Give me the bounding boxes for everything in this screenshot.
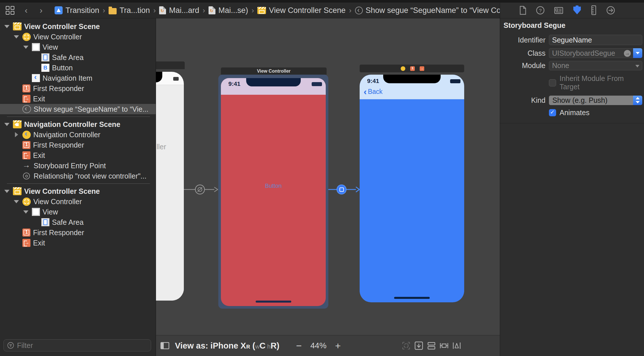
file-inspector-icon[interactable] [518,5,527,16]
breadcrumb-separator: › [203,6,205,15]
ui-button[interactable]: Button [221,183,326,189]
outline-row-navigation-item[interactable]: Navigation Item [0,73,156,83]
disclosure-open-icon[interactable] [3,190,10,193]
forward-chevron-icon[interactable]: › [40,6,43,15]
outline-row-exit[interactable]: Exit [0,238,156,248]
outline-row-navigation-controller[interactable]: Navigation Controller [0,129,156,140]
device-preview-navigation-controller[interactable]: ller [156,72,184,301]
breadcrumb-item-project[interactable]: Transition [55,6,99,15]
back-label: Back [368,88,383,96]
outline-row-safe-area[interactable]: Safe Area [0,52,156,63]
jump-to-class-icon[interactable]: → [624,50,631,57]
outline-row-button[interactable]: Button [0,63,156,73]
breadcrumb-item-folder[interactable]: Tra...tion [109,6,150,15]
scene-icon [257,7,266,14]
kind-dropdown-button[interactable] [633,96,642,105]
device-notch [383,75,441,83]
disclosure-open-icon[interactable] [13,200,20,203]
outline-row-relationship[interactable]: Relationship "root view controller"... [0,171,156,181]
disclosure-open-icon[interactable] [22,210,29,214]
relationship-segue-arrow[interactable] [183,181,219,198]
outline-row-exit[interactable]: Exit [0,94,156,104]
stack-embed-icon[interactable] [427,341,436,351]
view-controller-icon[interactable] [401,66,405,71]
exit-icon[interactable] [420,66,424,71]
back-chevron-icon[interactable]: ‹ [25,6,28,15]
device-screen[interactable]: 9:41 Button [221,78,326,306]
back-button[interactable]: ‹ Back [364,87,383,96]
attributes-inspector-icon[interactable] [572,5,582,16]
device-preview-destination-controller[interactable]: 9:41 ‹ Back [360,75,464,302]
disclosure-closed-icon[interactable] [13,132,20,137]
related-items-icon[interactable] [6,6,14,15]
disclosure-open-icon[interactable] [13,35,20,38]
embed-in-icon[interactable] [414,341,424,351]
module-row: Module [504,61,642,70]
scene-titlebar-view-controller[interactable]: View Controller [221,67,327,75]
animates-checkbox[interactable] [549,109,556,116]
class-dropdown-button[interactable] [633,48,642,58]
exit-icon [22,151,30,159]
filter-bar[interactable] [3,339,151,351]
inherit-module-row: Inherit Module From Target [549,74,642,91]
kind-label: Kind [504,96,545,105]
scene-titlebar-navigation-controller[interactable] [156,61,185,69]
breadcrumb-label: Mai...ard [169,6,199,15]
filter-input[interactable] [17,341,147,350]
disclosure-open-icon[interactable] [3,25,10,28]
outline-row-first-responder[interactable]: First Responder [0,227,156,238]
svg-text:?: ? [539,8,541,13]
outline-row-storyboard-entry-point[interactable]: Storyboard Entry Point [0,160,156,171]
quick-help-inspector-icon[interactable]: ? [535,5,545,16]
view-icon [32,43,40,51]
scene-titlebar-destination-controller[interactable] [360,65,464,72]
outline-row-first-responder[interactable]: First Responder [0,83,156,94]
add-constraints-icon[interactable] [439,341,449,351]
connections-inspector-icon[interactable] [606,5,616,16]
breadcrumb-item-storyboard[interactable]: Mai...ard [159,6,199,15]
zoom-in-button[interactable]: + [335,341,341,351]
outline-row-exit[interactable]: Exit [0,150,156,160]
device-notch [246,78,301,86]
layout-tools [401,341,462,351]
outline-row-view-controller[interactable]: View Controller [0,32,156,42]
disclosure-open-icon[interactable] [22,46,29,49]
window-title-strip [0,0,644,3]
disclosure-open-icon[interactable] [3,123,10,126]
outline-row-show-segue[interactable]: Show segue “SegueName” to “Vie... [0,104,156,114]
breadcrumb-separator: › [153,6,156,15]
storyboard-canvas[interactable]: ller View Controller 9:41 Button [156,18,500,356]
breadcrumb-item-scene[interactable]: View Controller Scene [257,6,346,15]
first-responder-icon[interactable] [410,66,415,71]
inherit-module-checkbox[interactable] [549,79,556,86]
show-segue-arrow[interactable] [328,181,360,198]
navigation-item-icon [32,74,40,82]
outline-row-view[interactable]: View [0,207,156,217]
kind-dropdown[interactable]: Show (e.g. Push) [549,96,633,105]
size-inspector-icon[interactable] [590,5,597,16]
view-as-control[interactable]: View as: iPhone Xʀ (wC hR) [175,341,279,351]
class-field[interactable] [549,48,633,58]
identity-inspector-icon[interactable] [554,5,564,16]
outline-row-view-controller-scene[interactable]: View Controller Scene [0,21,156,32]
outline-row-first-responder[interactable]: First Responder [0,140,156,150]
outline-row-view-controller-scene-2[interactable]: View Controller Scene [0,186,156,196]
outline-label: Exit [33,95,45,103]
zoom-level[interactable]: 44% [311,341,327,350]
inspector-separator [500,123,644,123]
outline-label: Navigation Controller Scene [24,120,120,129]
identifier-field[interactable] [549,35,642,45]
view-controller-icon [22,33,31,41]
battery-icon [173,77,179,81]
device-preview-view-controller-selected[interactable]: 9:41 Button [218,75,328,309]
breadcrumb-item-storyboard-base[interactable]: Mai...se) [209,6,248,15]
outline-row-navigation-controller-scene[interactable]: Navigation Controller Scene [0,119,156,129]
update-frames-icon[interactable] [401,341,411,351]
zoom-out-button[interactable]: − [296,341,302,351]
outline-row-view[interactable]: View [0,42,156,52]
editor-pane-toggle-icon[interactable] [160,341,170,350]
align-icon[interactable] [452,341,462,351]
module-field[interactable] [549,61,642,70]
outline-row-view-controller[interactable]: View Controller [0,196,156,207]
outline-row-safe-area[interactable]: Safe Area [0,217,156,227]
